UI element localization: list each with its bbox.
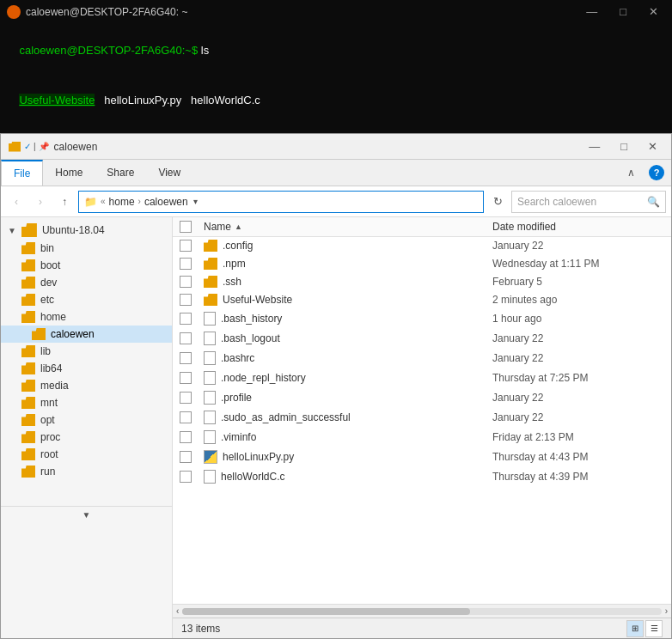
explorer-close[interactable]: ✕ [641, 138, 664, 155]
sidebar-item-run[interactable]: run [1, 463, 172, 480]
header-checkbox[interactable] [180, 221, 204, 233]
sidebar-item-mnt[interactable]: mnt [1, 394, 172, 411]
sidebar-scroll-down-icon[interactable]: ▼ [82, 510, 91, 520]
col-date-label: Date modified [492, 221, 556, 233]
refresh-button[interactable]: ↻ [487, 192, 508, 212]
sidebar-item-etc[interactable]: etc [1, 291, 172, 308]
file-list-header: Name ▲ Date modified [173, 217, 671, 237]
tab-file[interactable]: File [1, 160, 43, 186]
search-box[interactable]: Search caloewen 🔍 [511, 191, 666, 213]
sidebar-item-bin[interactable]: bin [1, 240, 172, 257]
file-row-bashrc[interactable]: .bashrc January 22 [173, 349, 671, 368]
sidebar-label-bin: bin [40, 242, 54, 254]
checkbox-config[interactable] [180, 240, 192, 252]
address-bar: ‹ › ↑ 📁 « home › caloewen ▾ ↻ Search cal… [1, 186, 671, 217]
col-header-date[interactable]: Date modified [492, 221, 664, 233]
file-row-npm[interactable]: .npm Wednesday at 1:11 PM [173, 255, 671, 273]
search-icon[interactable]: 🔍 [647, 196, 660, 208]
terminal-controls[interactable]: — □ ✕ [579, 3, 665, 20]
sidebar-item-ubuntu[interactable]: ▼ Ubuntu-18.04 [1, 221, 172, 240]
hscroll-track[interactable] [182, 608, 661, 615]
checkbox-bashrc[interactable] [180, 352, 192, 364]
tab-share[interactable]: Share [95, 160, 146, 186]
view-icons: ⊞ ☰ [626, 620, 663, 637]
path-dropdown[interactable]: ▾ [193, 197, 198, 206]
sidebar-item-lib64[interactable]: lib64 [1, 360, 172, 377]
checkbox-viminfo[interactable] [180, 431, 192, 443]
sidebar-item-proc[interactable]: proc [1, 429, 172, 446]
explorer-window-controls[interactable]: — □ ✕ [582, 138, 664, 155]
file-row-sudo[interactable]: .sudo_as_admin_successful January 22 [173, 408, 671, 428]
tab-view[interactable]: View [146, 160, 192, 186]
sidebar-item-boot[interactable]: boot [1, 257, 172, 274]
checkbox-useful-website[interactable] [180, 294, 192, 306]
view-icon-list[interactable]: ☰ [645, 620, 663, 637]
col-header-name[interactable]: Name ▲ [204, 221, 492, 233]
sort-arrow-name: ▲ [235, 222, 242, 231]
checkbox-bash-history[interactable] [180, 313, 192, 325]
checkmark-icon: ✓ [24, 142, 31, 151]
hscroll-right-btn[interactable]: › [663, 606, 669, 616]
file-row-helloworldc[interactable]: helloWorldC.c Thursday at 4:39 PM [173, 467, 671, 487]
folder-icon-useful-website [204, 294, 217, 306]
help-icon[interactable]: ? [649, 165, 664, 180]
sidebar-item-dev[interactable]: dev [1, 274, 172, 291]
file-row-node-repl[interactable]: .node_repl_history Thursday at 7:25 PM [173, 368, 671, 388]
filename-helloworldc: helloWorldC.c [221, 471, 284, 483]
ribbon-help[interactable]: ? [642, 160, 671, 186]
horizontal-scrollbar[interactable]: ‹ › [173, 604, 671, 618]
sidebar-item-media[interactable]: media [1, 377, 172, 394]
sidebar-item-home[interactable]: home [1, 308, 172, 326]
folder-icon-dev [21, 277, 35, 289]
folder-icon-home [21, 311, 35, 323]
path-caloewen[interactable]: caloewen [144, 196, 188, 208]
file-row-config[interactable]: .config January 22 [173, 237, 671, 255]
explorer-minimize[interactable]: — [582, 138, 607, 155]
sidebar-item-lib[interactable]: lib [1, 343, 172, 360]
sidebar-item-caloewen[interactable]: caloewen [1, 326, 172, 343]
sidebar-item-opt[interactable]: opt [1, 411, 172, 429]
folder-path-icon: 📁 [84, 196, 97, 208]
checkbox-bash-logout[interactable] [180, 332, 192, 344]
terminal-minimize[interactable]: — [579, 3, 604, 20]
date-ssh: February 5 [492, 276, 664, 288]
doc-icon-bashrc [204, 351, 216, 365]
checkbox-node-repl[interactable] [180, 372, 192, 384]
tab-home[interactable]: Home [43, 160, 95, 186]
terminal-maximize[interactable]: □ [613, 3, 633, 20]
file-row-profile[interactable]: .profile January 22 [173, 388, 671, 408]
expand-arrow-ubuntu: ▼ [8, 226, 16, 235]
checkbox-npm[interactable] [180, 258, 192, 270]
folder-icon-lib [21, 345, 35, 357]
address-path[interactable]: 📁 « home › caloewen ▾ [78, 191, 484, 213]
checkbox-sudo[interactable] [180, 411, 192, 423]
file-row-bash-history[interactable]: .bash_history 1 hour ago [173, 309, 671, 329]
checkbox-hellolinuxpy[interactable] [180, 451, 192, 463]
view-icon-grid[interactable]: ⊞ [626, 620, 644, 637]
file-row-ssh[interactable]: .ssh February 5 [173, 273, 671, 291]
ribbon: File Home Share View ∧ ? [1, 160, 671, 186]
date-helloworldc: Thursday at 4:39 PM [492, 471, 664, 483]
select-all-checkbox[interactable] [180, 221, 192, 233]
checkbox-ssh[interactable] [180, 276, 192, 288]
file-row-bash-logout[interactable]: .bash_logout January 22 [173, 329, 671, 349]
file-row-hellolinuxpy[interactable]: helloLinuxPy.py Thursday at 4:43 PM [173, 447, 671, 467]
nav-up-button[interactable]: ↑ [54, 192, 75, 212]
checkbox-profile[interactable] [180, 392, 192, 404]
hscroll-left-btn[interactable]: ‹ [174, 606, 180, 616]
ribbon-expand[interactable]: ∧ [620, 160, 642, 186]
path-home[interactable]: home [109, 196, 135, 208]
folder-icon-ssh [204, 276, 217, 288]
sidebar-item-root[interactable]: root [1, 446, 172, 463]
nav-forward-button[interactable]: › [30, 192, 51, 212]
nav-back-button[interactable]: ‹ [6, 192, 27, 212]
terminal-cmd-1: ls [198, 44, 209, 57]
filename-bashrc: .bashrc [221, 352, 254, 364]
file-row-viminfo[interactable]: .viminfo Friday at 2:13 PM [173, 428, 671, 447]
explorer-maximize[interactable]: □ [614, 138, 634, 155]
hscroll-thumb[interactable] [182, 608, 469, 615]
folder-sm-icon [9, 142, 21, 152]
terminal-close[interactable]: ✕ [642, 3, 665, 20]
checkbox-helloworldc[interactable] [180, 471, 192, 483]
file-row-useful-website[interactable]: Useful-Website 2 minutes ago [173, 291, 671, 309]
